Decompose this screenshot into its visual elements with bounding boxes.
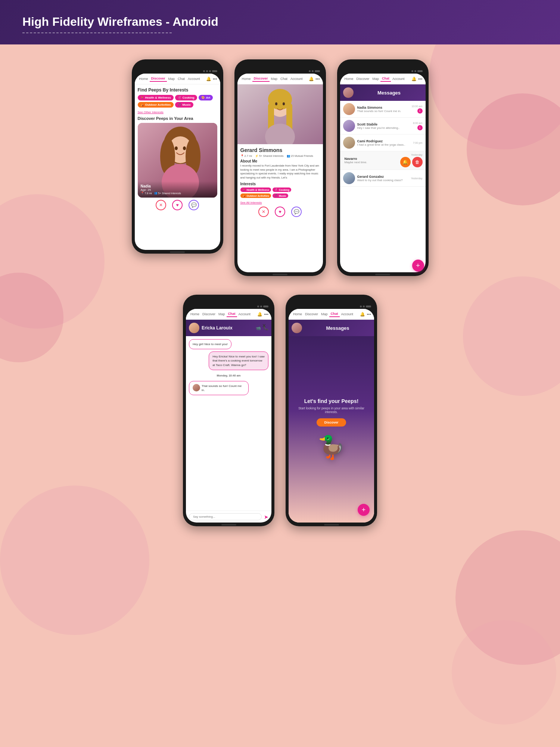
bell-icon-3[interactable]: 🔔 bbox=[411, 77, 417, 81]
nav-map-3[interactable]: Map bbox=[371, 76, 381, 81]
chat-text: Hey girl! Nice to meet you! bbox=[193, 342, 228, 346]
mute-button-navarro[interactable]: 🔔 bbox=[400, 157, 411, 167]
message-row-navarro[interactable]: Navarro Maybe next time. Yesterday 🔔 🗑 bbox=[340, 151, 426, 170]
discover-button[interactable]: Discover bbox=[317, 418, 346, 427]
nav-account-2[interactable]: Account bbox=[289, 76, 304, 81]
tag-music-2[interactable]: 🎵 Music bbox=[273, 193, 288, 198]
nav-chat-5[interactable]: Chat bbox=[329, 311, 340, 317]
dots-icon-5[interactable]: ••• bbox=[367, 312, 371, 316]
profile-info-gerard: Gerard Simmons 📍 2.7 mi ⚡ 5+ Shared Inte… bbox=[237, 144, 323, 272]
dots-icon-3[interactable]: ••• bbox=[418, 77, 423, 81]
nav-icons-1: 🔔 ••• bbox=[206, 77, 217, 81]
tag-health-wellness[interactable]: 🏃 Health & Wellness bbox=[138, 95, 174, 100]
phone-5: Home Discover Map Chat Account 🔔 ••• bbox=[286, 295, 377, 526]
svg-point-15 bbox=[183, 146, 186, 150]
nav-map-4[interactable]: Map bbox=[217, 311, 227, 317]
nav-account-4[interactable]: Account bbox=[237, 311, 252, 317]
dislike-button[interactable]: ✕ bbox=[156, 200, 166, 210]
bolt-icon: ⚡ bbox=[255, 154, 258, 158]
chat-input[interactable] bbox=[189, 513, 262, 520]
empty-header-avatar bbox=[292, 323, 302, 333]
nav-home-3[interactable]: Home bbox=[343, 76, 355, 81]
svg-point-23 bbox=[283, 102, 285, 105]
phone-1-bottom-bar bbox=[170, 251, 185, 253]
phone-4-wrapper: Home Discover Map Chat Account 🔔 ••• Er bbox=[183, 295, 274, 526]
people-icon: 👥 bbox=[154, 192, 158, 195]
message-row-nadia[interactable]: Nadia Simmons That sounds so fun! Count … bbox=[340, 101, 426, 118]
msg-meta-gerard-g: Yesterday bbox=[411, 177, 423, 180]
phone-1-screen: Home Discover Map Chat Account 🔔 ••• Fin… bbox=[135, 74, 220, 250]
compose-fab-button-5[interactable]: + bbox=[358, 504, 370, 516]
msg-time-cami: 7:00 pm bbox=[413, 142, 422, 144]
compose-fab-button[interactable]: + bbox=[412, 260, 424, 272]
close-chat-button[interactable]: ✕ bbox=[262, 323, 266, 328]
msg-name-scott: Scott Stabile bbox=[357, 123, 411, 126]
dots-icon-1[interactable]: ••• bbox=[213, 77, 217, 81]
message-row-gerard-g[interactable]: Gerard Gonzalez Want to try out that coo… bbox=[340, 170, 426, 187]
phone-3-nav: Home Discover Map Chat Account 🔔 ••• bbox=[340, 74, 426, 84]
chat-bubble-sent-1: Hey Ericka! Nice to meet you too! I saw … bbox=[209, 351, 268, 370]
tag-label: Outdoor Activities bbox=[145, 103, 171, 106]
like-button[interactable]: ♥ bbox=[172, 200, 183, 210]
message-row-cami[interactable]: Cami Rodriguez I had a great time at the… bbox=[340, 134, 426, 151]
nav-home-5[interactable]: Home bbox=[292, 311, 304, 317]
like-button-2[interactable]: ♥ bbox=[275, 207, 285, 217]
video-icon[interactable]: 📹 bbox=[256, 326, 261, 331]
chat-button[interactable]: 💬 bbox=[189, 200, 199, 210]
message-row-scott[interactable]: Scott Stabile Hey I saw that you're atte… bbox=[340, 118, 426, 134]
bottom-phones-row: Home Discover Map Chat Account 🔔 ••• Er bbox=[15, 295, 545, 526]
nav-home-1[interactable]: Home bbox=[138, 76, 150, 81]
tag-cooking-2[interactable]: 🍴 Cooking bbox=[273, 187, 291, 192]
nav-discover-2[interactable]: Discover bbox=[252, 76, 270, 82]
phone-3-wrapper: Home Discover Map Chat Account 🔔 ••• Me bbox=[337, 59, 429, 276]
nav-discover-5[interactable]: Discover bbox=[304, 311, 320, 317]
nav-map-5[interactable]: Map bbox=[320, 311, 329, 317]
bell-icon-1[interactable]: 🔔 bbox=[206, 77, 211, 81]
nav-discover-1[interactable]: Discover bbox=[150, 76, 167, 82]
msg-time-nadia: 10:00 am bbox=[411, 105, 422, 108]
nav-account-3[interactable]: Account bbox=[391, 76, 406, 81]
tag-music[interactable]: 🎵 Music bbox=[175, 102, 194, 108]
nav-discover-3[interactable]: Discover bbox=[355, 76, 371, 81]
nav-map-1[interactable]: Map bbox=[167, 76, 177, 81]
chat-text-2: That sounds so fun! Count me in. bbox=[202, 384, 245, 392]
nav-icons-2: 🔔 ••• bbox=[309, 77, 320, 81]
tag-cooking[interactable]: 🍴 Cooking bbox=[175, 95, 197, 100]
tag-art[interactable]: 🎨 Art bbox=[199, 95, 213, 100]
nav-chat-3[interactable]: Chat bbox=[380, 76, 391, 82]
nav-chat-2[interactable]: Chat bbox=[279, 76, 289, 81]
action-buttons-2: ✕ ♥ 💬 bbox=[240, 207, 320, 217]
nav-chat-1[interactable]: Chat bbox=[176, 76, 186, 81]
bell-icon-4[interactable]: 🔔 bbox=[257, 312, 262, 317]
profile-card-1[interactable]: Nadia Age: 25 📍 7.8 mi 👥 5+ Shared Inter… bbox=[138, 123, 217, 198]
battery-icon-2 bbox=[315, 70, 320, 72]
tag-health-2[interactable]: 🏃 Health & Wellness bbox=[240, 187, 271, 192]
nav-discover-4[interactable]: Discover bbox=[201, 311, 217, 317]
tag-outdoor-2[interactable]: ⛺ Outdoor Activities bbox=[240, 193, 271, 198]
nav-home-4[interactable]: Home bbox=[189, 311, 201, 317]
phone-4-notch bbox=[218, 299, 240, 302]
nav-account-5[interactable]: Account bbox=[340, 311, 355, 317]
tag-label: Music bbox=[183, 103, 191, 106]
nav-map-2[interactable]: Map bbox=[270, 76, 279, 81]
profile-stats: 📍 2.7 mi ⚡ 5+ Shared Interests 👥 15 Mutu… bbox=[240, 154, 320, 158]
dots-icon-2[interactable]: ••• bbox=[315, 77, 320, 81]
delete-button-navarro[interactable]: 🗑 bbox=[412, 157, 423, 167]
chat-header: Ericka Larouix 📹 📞 ✕ bbox=[186, 320, 271, 336]
see-all-interests-link[interactable]: See All Interests bbox=[240, 201, 320, 204]
phone-4: Home Discover Map Chat Account 🔔 ••• Er bbox=[183, 295, 274, 526]
outdoor-icon: ⛺ bbox=[140, 103, 144, 106]
send-icon[interactable]: ➤ bbox=[264, 514, 268, 520]
nav-account-1[interactable]: Account bbox=[186, 76, 202, 81]
dots-icon-4[interactable]: ••• bbox=[264, 312, 268, 316]
bell-icon-2[interactable]: 🔔 bbox=[309, 77, 314, 81]
see-other-interests-link[interactable]: See Other Interests bbox=[138, 111, 217, 114]
bell-icon-5[interactable]: 🔔 bbox=[360, 312, 365, 317]
nav-chat-4[interactable]: Chat bbox=[227, 311, 237, 317]
avatar-scott bbox=[343, 120, 355, 132]
chat-button-2[interactable]: 💬 bbox=[291, 207, 302, 217]
nav-home-2[interactable]: Home bbox=[240, 76, 252, 81]
dislike-button-2[interactable]: ✕ bbox=[258, 207, 269, 217]
tag-outdoor[interactable]: ⛺ Outdoor Activities bbox=[138, 102, 174, 108]
messages-list: Nadia Simmons That sounds so fun! Count … bbox=[340, 101, 426, 272]
